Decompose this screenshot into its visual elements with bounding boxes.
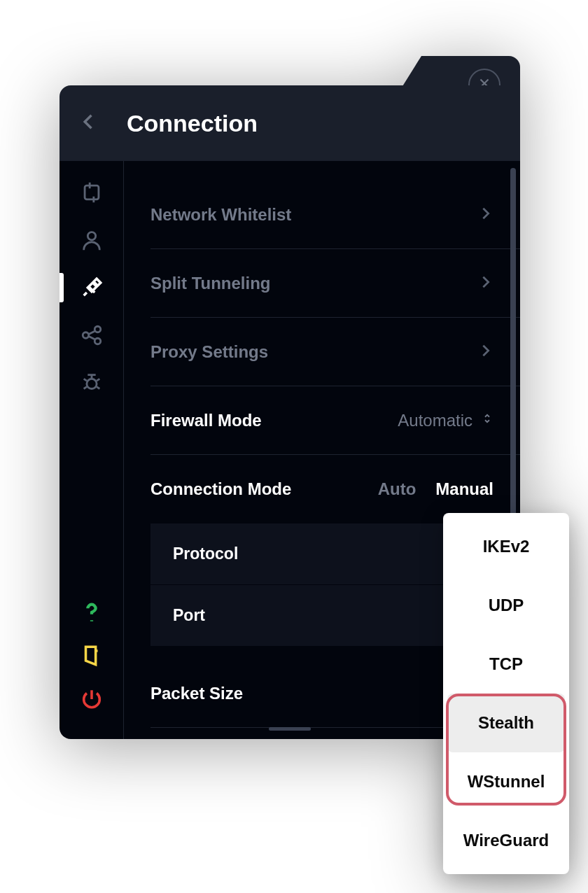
- page-title: Connection: [127, 110, 258, 137]
- svg-point-3: [94, 326, 101, 332]
- dropdown-item-wireguard[interactable]: WireGuard: [447, 811, 565, 870]
- chevron-right-icon: [478, 274, 493, 293]
- row-network-whitelist[interactable]: Network Whitelist: [150, 181, 520, 249]
- row-firewall-mode[interactable]: Firewall Mode Automatic: [150, 386, 520, 455]
- sidebar-item-account[interactable]: [80, 228, 104, 252]
- chevron-right-icon: [478, 206, 493, 224]
- help-icon: [80, 600, 104, 627]
- logout-button[interactable]: [80, 645, 104, 669]
- dropdown-item-tcp[interactable]: TCP: [447, 635, 565, 694]
- svg-point-5: [86, 379, 96, 388]
- resize-handle[interactable]: [269, 727, 311, 731]
- settings-content: Network Whitelist Split Tunneling Proxy …: [124, 161, 520, 739]
- sidebar-item-general[interactable]: [80, 181, 104, 204]
- row-label: Packet Size: [150, 684, 243, 703]
- row-label: Proxy Settings: [150, 342, 268, 362]
- row-label: Connection Mode: [150, 479, 291, 499]
- sidebar-bottom: [59, 602, 123, 712]
- row-label: Split Tunneling: [150, 274, 271, 293]
- mode-option-auto[interactable]: Auto: [378, 479, 416, 499]
- svg-point-2: [83, 332, 89, 339]
- dropdown-item-stealth[interactable]: Stealth: [447, 694, 565, 752]
- connection-mode-toggle: Auto Manual: [378, 479, 493, 499]
- svg-point-1: [88, 232, 95, 240]
- window-body: Network Whitelist Split Tunneling Proxy …: [59, 161, 520, 739]
- svg-point-4: [94, 338, 101, 344]
- logout-icon: [80, 644, 104, 670]
- row-label: Port: [173, 606, 205, 625]
- row-label: Network Whitelist: [150, 205, 291, 225]
- sidebar-item-debug[interactable]: [80, 371, 104, 395]
- firewall-mode-value[interactable]: Automatic: [398, 410, 493, 431]
- sidebar: [59, 161, 124, 739]
- chevron-left-icon: [79, 112, 99, 134]
- chevron-right-icon: [478, 343, 493, 361]
- value-text: Automatic: [398, 411, 472, 430]
- row-proxy-settings[interactable]: Proxy Settings: [150, 318, 520, 386]
- sidebar-item-share[interactable]: [80, 323, 104, 347]
- titlebar-main: Connection: [59, 85, 520, 161]
- settings-window: ESC Connection: [59, 56, 520, 739]
- dropdown-item-wstunnel[interactable]: WStunnel: [447, 752, 565, 811]
- row-label: Protocol: [173, 544, 238, 563]
- sidebar-item-connection[interactable]: [80, 276, 104, 300]
- row-split-tunneling[interactable]: Split Tunneling: [150, 249, 520, 318]
- dropdown-item-ikev2[interactable]: IKEv2: [447, 517, 565, 576]
- mode-option-manual[interactable]: Manual: [435, 479, 493, 499]
- titlebar: ESC Connection: [59, 56, 520, 161]
- up-down-icon: [481, 410, 493, 431]
- help-button[interactable]: [80, 602, 104, 626]
- row-label: Firewall Mode: [150, 411, 262, 430]
- back-button[interactable]: [79, 112, 99, 134]
- svg-rect-0: [85, 185, 99, 199]
- dropdown-item-udp[interactable]: UDP: [447, 576, 565, 635]
- power-icon: [80, 687, 104, 714]
- protocol-dropdown: IKEv2 UDP TCP Stealth WStunnel WireGuard: [443, 513, 569, 874]
- power-button[interactable]: [80, 689, 104, 712]
